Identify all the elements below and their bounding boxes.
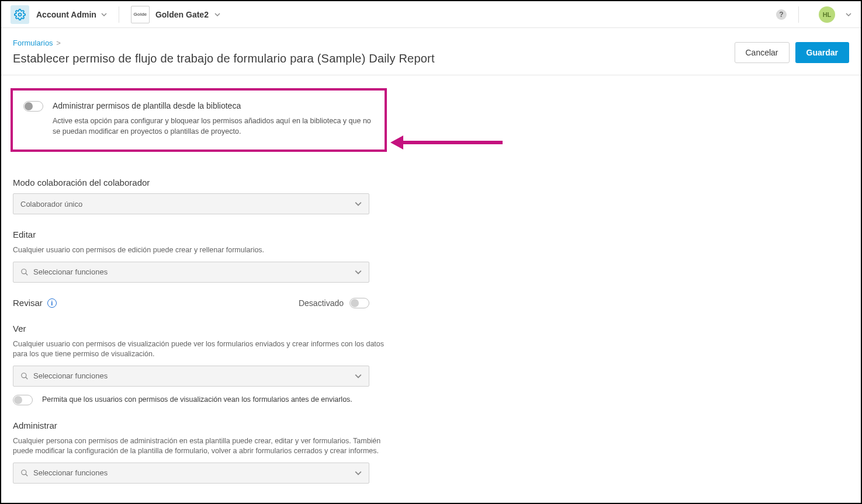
view-allow-before-send-desc: Permita que los usuarios con permisos de… — [42, 395, 352, 405]
svg-line-4 — [26, 377, 28, 379]
review-section-label: Revisar — [13, 298, 43, 308]
breadcrumb-sep: > — [56, 39, 61, 47]
breadcrumb: Formularios > — [13, 39, 435, 47]
manage-template-permissions-title: Administrar permisos de plantilla desde … — [53, 101, 374, 110]
admin-gear-icon[interactable] — [11, 5, 29, 24]
review-toggle[interactable] — [349, 298, 369, 308]
view-roles-select[interactable]: Seleccionar funciones — [13, 366, 369, 387]
chevron-down-icon — [355, 200, 362, 207]
collab-mode-label: Modo colaboración del colaborador — [13, 178, 387, 187]
admin-section-desc: Cualquier persona con permisos de admini… — [13, 436, 387, 457]
svg-point-1 — [22, 269, 26, 273]
search-icon — [20, 469, 29, 477]
admin-roles-select[interactable]: Seleccionar funciones — [13, 463, 369, 484]
user-menu-caret-icon[interactable] — [846, 12, 851, 18]
edit-roles-select[interactable]: Seleccionar funciones — [13, 262, 369, 283]
review-state-label: Desactivado — [299, 298, 344, 308]
help-icon[interactable]: ? — [776, 9, 787, 20]
view-section-label: Ver — [13, 324, 387, 333]
edit-section-desc: Cualquier usuario con permisos de edició… — [13, 245, 387, 256]
view-allow-before-send-toggle[interactable] — [13, 395, 33, 405]
admin-section-label: Administrar — [13, 420, 387, 430]
search-icon — [20, 372, 29, 380]
svg-point-0 — [19, 13, 22, 16]
edit-roles-placeholder: Seleccionar funciones — [33, 267, 355, 276]
admin-roles-placeholder: Seleccionar funciones — [33, 468, 355, 477]
manage-template-permissions-box: Administrar permisos de plantilla desde … — [11, 88, 387, 152]
divider — [119, 6, 119, 23]
chevron-down-icon — [355, 470, 362, 477]
user-avatar[interactable]: HL — [819, 6, 835, 23]
toggle-knob — [25, 102, 33, 110]
chevron-down-icon — [101, 12, 107, 18]
edit-section-label: Editar — [13, 230, 387, 239]
view-section-desc: Cualquier usuario con permisos de visual… — [13, 339, 387, 360]
project-name: Golden Gate2 — [155, 10, 209, 19]
project-dropdown[interactable]: Golde Golden Gate2 — [131, 6, 220, 23]
top-bar: Account Admin Golde Golden Gate2 ? HL — [1, 1, 861, 28]
admin-scope-dropdown[interactable]: Account Admin — [36, 10, 107, 19]
svg-line-6 — [26, 474, 28, 476]
save-button[interactable]: Guardar — [795, 42, 849, 63]
collab-mode-select[interactable]: Colaborador único — [13, 193, 369, 214]
cancel-button[interactable]: Cancelar — [735, 42, 790, 63]
breadcrumb-root-link[interactable]: Formularios — [13, 39, 53, 47]
page-title: Establecer permiso de flujo de trabajo d… — [13, 52, 435, 65]
chevron-down-icon — [355, 373, 362, 380]
manage-template-permissions-desc: Active esta opción para configurar y blo… — [53, 116, 374, 137]
view-roles-placeholder: Seleccionar funciones — [33, 371, 355, 380]
manage-template-permissions-toggle[interactable] — [23, 101, 43, 112]
divider — [798, 6, 799, 23]
svg-line-2 — [26, 273, 28, 275]
admin-scope-label: Account Admin — [36, 10, 96, 19]
project-thumb: Golde — [131, 6, 150, 23]
chevron-down-icon — [214, 12, 220, 18]
collab-mode-value: Colaborador único — [20, 200, 355, 208]
annotation-arrow — [390, 135, 503, 150]
page-header: Formularios > Establecer permiso de fluj… — [1, 28, 861, 75]
info-icon[interactable]: i — [47, 298, 57, 308]
chevron-down-icon — [355, 269, 362, 276]
search-icon — [20, 268, 29, 276]
svg-point-3 — [22, 373, 26, 377]
svg-point-5 — [22, 470, 26, 474]
